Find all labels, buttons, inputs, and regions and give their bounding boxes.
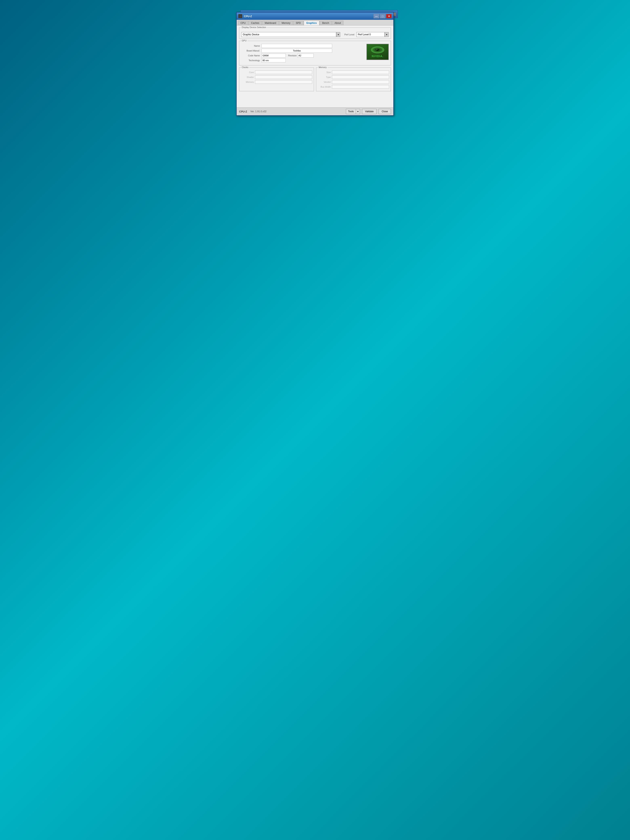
clock-memory-row: Memory <box>241 80 312 84</box>
app-icon: ⬛ <box>238 14 242 18</box>
gpu-revision-label: Revision <box>288 54 297 57</box>
perf-level-label: Perf Level <box>344 33 354 36</box>
device-combo-value: Graphic Device <box>243 33 259 36</box>
clock-core-row: Core <box>241 71 312 74</box>
mem-type-row: Type <box>318 75 389 79</box>
nvidia-logo: NVIDIA. <box>366 44 389 60</box>
device-combo-arrow[interactable]: ▼ <box>336 32 340 37</box>
gpu-technology-label: Technology <box>241 59 262 62</box>
tab-about[interactable]: About <box>332 21 343 25</box>
content-spacer <box>239 93 391 106</box>
gpu-board-manuf-row: Board Manuf. Toshiba <box>241 49 365 53</box>
graphics-content: Display Device Selection Graphic Device … <box>237 25 393 107</box>
maximize-button[interactable]: □ <box>380 14 385 18</box>
clock-shader-value <box>255 75 312 79</box>
device-combo-box[interactable]: Graphic Device <box>241 32 336 37</box>
tools-wrapper: Tools ▼ <box>346 109 360 114</box>
gpu-section: GPU Name Board Manuf. Toshiba <box>239 41 391 65</box>
validate-button[interactable]: Validate <box>362 109 377 114</box>
tab-bench[interactable]: Bench <box>320 21 332 25</box>
tab-caches[interactable]: Caches <box>248 21 262 25</box>
clock-memory-label: Memory <box>241 81 255 83</box>
gpu-technology-row: Technology 80 nm <box>241 58 365 62</box>
nvidia-eye-icon <box>371 46 385 54</box>
gpu-revision-value: A2 <box>297 54 314 58</box>
gpu-section-label: GPU <box>241 39 247 42</box>
mem-type-label: Type <box>318 76 332 78</box>
memory-info-group: Memory Size Type Vendor Bus Width <box>316 68 391 91</box>
display-device-group: Display Device Selection Graphic Device … <box>239 27 391 39</box>
nvidia-text: NVIDIA. <box>372 55 384 58</box>
close-button[interactable]: Close <box>379 109 391 114</box>
clocks-group: Clocks Core Shader Memory <box>239 68 314 91</box>
title-bar: ⬛ CPU-Z — □ ✕ <box>237 13 393 20</box>
mem-bus-label: Bus Width <box>318 85 332 88</box>
device-combo-wrapper: Graphic Device ▼ <box>241 32 340 37</box>
tab-memory[interactable]: Memory <box>279 21 293 25</box>
app-icon-glyph: ⬛ <box>239 15 242 17</box>
gpu-code-name-label: Code Name <box>241 54 262 57</box>
perf-combo-arrow[interactable]: ▼ <box>385 32 389 37</box>
clock-core-value <box>255 71 312 74</box>
footer-bar: CPU-Z Ver. 1.91.0.x32 Tools ▼ Validate C… <box>237 107 393 115</box>
svg-point-4 <box>376 49 377 50</box>
gpu-technology-value: 80 nm <box>262 58 286 62</box>
mem-size-value <box>332 71 389 74</box>
footer-app-name: CPU-Z <box>239 110 247 113</box>
gpu-board-manuf-value: Toshiba <box>262 49 332 53</box>
tools-button[interactable]: Tools <box>346 109 356 114</box>
gpu-fields: Name Board Manuf. Toshiba Cod <box>241 44 365 63</box>
gpu-name-value <box>262 44 332 48</box>
perf-combo-value: Perf Level 0 <box>358 33 371 36</box>
tab-spd[interactable]: SPD <box>293 21 303 25</box>
mem-vendor-value <box>332 80 389 84</box>
gpu-name-label: Name <box>241 45 262 47</box>
tab-mainboard[interactable]: Mainboard <box>262 21 279 25</box>
mem-vendor-label: Vendor <box>318 81 332 83</box>
memory-info-label: Memory <box>318 66 327 68</box>
display-select-row: Graphic Device ▼ Perf Level Perf Level 0… <box>241 32 389 37</box>
desktop-background <box>0 0 630 840</box>
title-bar-buttons: — □ ✕ <box>374 14 392 18</box>
bottom-sections: Clocks Core Shader Memory <box>239 68 391 91</box>
clock-core-label: Core <box>241 71 255 74</box>
mem-type-value <box>332 75 389 79</box>
clock-shader-row: Shader <box>241 75 312 79</box>
clock-shader-label: Shader <box>241 76 255 78</box>
display-device-label: Display Device Selection <box>241 26 267 28</box>
mem-size-row: Size <box>318 71 389 74</box>
clocks-label: Clocks <box>241 66 249 68</box>
mem-bus-row: Bus Width <box>318 85 389 88</box>
tab-cpu[interactable]: CPU <box>238 21 248 25</box>
minimize-button[interactable]: — <box>374 14 379 18</box>
close-window-button[interactable]: ✕ <box>386 14 392 18</box>
gpu-code-name-row: Code Name G86M Revision A2 <box>241 54 365 58</box>
mem-size-label: Size <box>318 71 332 74</box>
window-stack: — □ ✕ ⬛ CPU-Z — □ ✕ CPU Caches Mainboard… <box>236 12 394 116</box>
window-title: CPU-Z <box>244 15 374 18</box>
gpu-board-manuf-label: Board Manuf. <box>241 49 262 52</box>
gpu-code-name-value: G86M <box>262 54 286 58</box>
footer-version: Ver. 1.91.0.x32 <box>250 110 344 113</box>
perf-combo-box[interactable]: Perf Level 0 <box>357 32 385 37</box>
tabs-row: CPU Caches Mainboard Memory SPD Graphics… <box>237 20 393 25</box>
gpu-name-row: Name <box>241 44 365 48</box>
mem-vendor-row: Vendor <box>318 80 389 84</box>
clock-memory-value <box>255 80 312 84</box>
perf-combo-wrapper: Perf Level 0 ▼ <box>357 32 389 37</box>
cpuz-window: ⬛ CPU-Z — □ ✕ CPU Caches Mainboard Memor… <box>236 12 394 116</box>
tools-dropdown-arrow[interactable]: ▼ <box>356 109 360 114</box>
tab-graphics[interactable]: Graphics <box>304 21 319 25</box>
mem-bus-value <box>332 85 389 88</box>
